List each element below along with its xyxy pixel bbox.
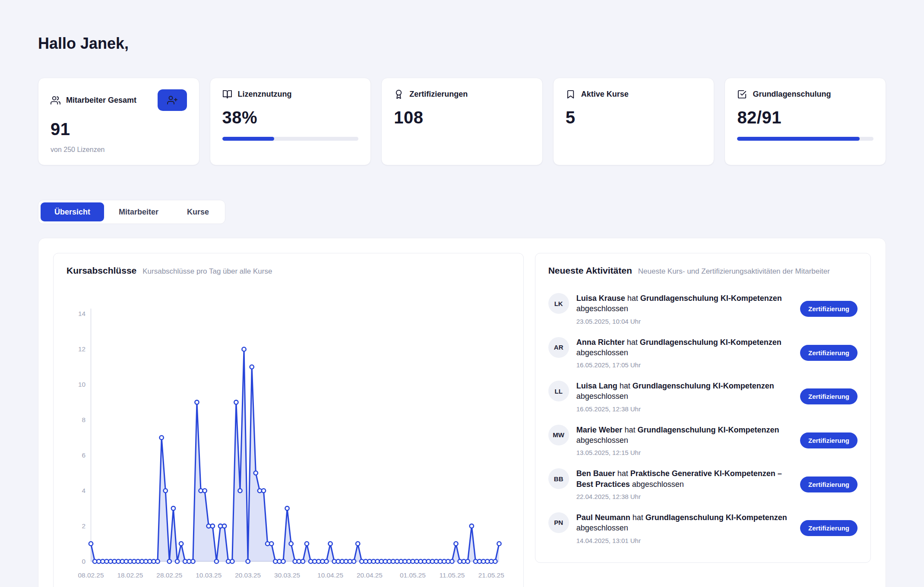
dashboard-page: Hallo Janek, Mitarbeiter Gesamt 91 von 2… — [0, 0, 924, 587]
avatar: BB — [548, 468, 569, 489]
check-square-icon — [737, 89, 747, 99]
certification-badge: Zertifizierung — [800, 301, 858, 317]
course-completions-card: Kursabschlüsse Kursabschlüsse pro Tag üb… — [53, 253, 524, 587]
stat-card-aktive-kurse: Aktive Kurse 5 — [553, 78, 715, 165]
svg-text:2: 2 — [82, 522, 86, 530]
activity-suffix: abgeschlossen — [576, 392, 628, 401]
activity-timestamp: 22.04.2025, 12:38 Uhr — [576, 493, 792, 500]
svg-text:20.04.25: 20.04.25 — [357, 571, 383, 579]
activity-connector: hat — [624, 426, 635, 434]
chart-card-header: Kursabschlüsse Kursabschlüsse pro Tag üb… — [66, 265, 510, 276]
award-icon — [394, 89, 404, 99]
activity-suffix: abgeschlossen — [632, 480, 684, 489]
stat-label: Zertifizierungen — [409, 90, 468, 99]
activity-suffix: abgeschlossen — [576, 436, 628, 445]
activity-connector: hat — [627, 294, 638, 303]
certification-badge: Zertifizierung — [800, 520, 858, 536]
activity-description: Luisa Lang hat Grundlagenschulung KI-Kom… — [576, 381, 792, 402]
activity-suffix: abgeschlossen — [576, 304, 628, 313]
activity-connector: hat — [617, 469, 628, 478]
activity-description: Paul Neumann hat Grundlagenschulung KI-K… — [576, 512, 792, 533]
stat-card-lizenznutzung: Lizenznutzung 38% — [210, 78, 371, 165]
stat-card-header: Lizenznutzung — [222, 89, 359, 99]
svg-text:30.03.25: 30.03.25 — [274, 571, 300, 579]
activity-text: Marie Weber hat Grundlagenschulung KI-Ko… — [576, 425, 792, 457]
avatar: LK — [548, 293, 569, 314]
stat-value: 108 — [394, 108, 530, 127]
activity-text: Ben Bauer hat Praktische Generative KI-K… — [576, 468, 792, 500]
activity-course-name: Grundlagenschulung KI-Kompetenzen — [646, 513, 787, 522]
activity-item: BB Ben Bauer hat Praktische Generative K… — [548, 462, 858, 506]
svg-text:10: 10 — [78, 381, 85, 388]
activity-person-name: Marie Weber — [576, 426, 623, 434]
svg-text:14: 14 — [78, 310, 86, 317]
activities-card-header: Neueste Aktivitäten Neueste Kurs- und Ze… — [548, 265, 858, 276]
activity-suffix: abgeschlossen — [576, 524, 628, 532]
activities-subtitle: Neueste Kurs- und Zertifizierungsaktivit… — [638, 267, 830, 276]
chart-subtitle: Kursabschlüsse pro Tag über alle Kurse — [142, 267, 272, 276]
svg-text:21.05.25: 21.05.25 — [478, 571, 504, 579]
activity-person-name: Luisa Lang — [576, 382, 617, 390]
stat-value: 5 — [566, 108, 702, 127]
svg-text:18.02.25: 18.02.25 — [117, 571, 143, 579]
svg-text:8: 8 — [82, 416, 86, 423]
overview-panel: Kursabschlüsse Kursabschlüsse pro Tag üb… — [38, 238, 886, 587]
stat-card-header: Mitarbeiter Gesamt — [51, 89, 187, 111]
activity-description: Luisa Krause hat Grundlagenschulung KI-K… — [576, 293, 792, 314]
activity-text: Luisa Krause hat Grundlagenschulung KI-K… — [576, 293, 792, 325]
stat-card-grundlagenschulung: Grundlagenschulung 82/91 — [725, 78, 886, 165]
avatar: MW — [548, 425, 569, 445]
activity-text: Anna Richter hat Grundlagenschulung KI-K… — [576, 337, 792, 369]
activity-person-name: Anna Richter — [576, 338, 625, 347]
tab-kurse[interactable]: Kurse — [173, 202, 223, 221]
svg-text:28.02.25: 28.02.25 — [156, 571, 182, 579]
activity-course-name: Grundlagenschulung KI-Kompetenzen — [637, 426, 779, 434]
activity-course-name: Grundlagenschulung KI-Kompetenzen — [640, 294, 782, 303]
book-open-icon — [222, 89, 232, 99]
activity-item: LL Luisa Lang hat Grundlagenschulung KI-… — [548, 375, 858, 419]
tab-uebersicht[interactable]: Übersicht — [41, 202, 104, 221]
certification-badge: Zertifizierung — [800, 388, 858, 404]
activity-text: Luisa Lang hat Grundlagenschulung KI-Kom… — [576, 381, 792, 413]
stat-value: 82/91 — [737, 108, 873, 127]
stat-label: Mitarbeiter Gesamt — [66, 96, 136, 105]
bookmark-icon — [566, 89, 576, 99]
activity-timestamp: 13.05.2025, 12:15 Uhr — [576, 449, 792, 456]
svg-text:11.05.25: 11.05.25 — [439, 571, 465, 579]
avatar: AR — [548, 337, 569, 358]
stat-card-zertifizierungen: Zertifizierungen 108 — [381, 78, 543, 165]
activity-connector: hat — [633, 513, 643, 522]
users-icon — [51, 95, 60, 105]
tab-bar: Übersicht Mitarbeiter Kurse — [38, 200, 225, 224]
user-plus-icon — [167, 95, 177, 105]
certification-badge: Zertifizierung — [800, 432, 858, 448]
svg-text:08.02.25: 08.02.25 — [78, 571, 104, 579]
activity-item: AR Anna Richter hat Grundlagenschulung K… — [548, 331, 858, 375]
activity-item: LK Luisa Krause hat Grundlagenschulung K… — [548, 287, 858, 331]
tab-mitarbeiter[interactable]: Mitarbeiter — [105, 202, 172, 221]
svg-text:4: 4 — [82, 487, 86, 494]
stat-value: 91 — [51, 120, 187, 139]
activity-description: Marie Weber hat Grundlagenschulung KI-Ko… — [576, 425, 792, 446]
stat-label: Aktive Kurse — [581, 90, 629, 99]
activity-list: LK Luisa Krause hat Grundlagenschulung K… — [548, 287, 858, 550]
activity-connector: hat — [627, 338, 638, 347]
stat-subtext: von 250 Lizenzen — [51, 146, 187, 154]
activity-course-name: Grundlagenschulung KI-Kompetenzen — [640, 338, 782, 347]
recent-activities-card: Neueste Aktivitäten Neueste Kurs- und Ze… — [535, 253, 871, 563]
activities-title: Neueste Aktivitäten — [548, 265, 632, 276]
svg-text:10.03.25: 10.03.25 — [196, 571, 222, 579]
page-greeting: Hallo Janek, — [38, 35, 886, 53]
stats-row: Mitarbeiter Gesamt 91 von 250 Lizenzen L… — [38, 78, 886, 165]
activity-person-name: Paul Neumann — [576, 513, 630, 522]
stat-label: Grundlagenschulung — [753, 90, 831, 99]
svg-text:01.05.25: 01.05.25 — [400, 571, 426, 579]
svg-text:6: 6 — [82, 451, 86, 459]
activity-suffix: abgeschlossen — [576, 348, 628, 357]
stat-card-header: Zertifizierungen — [394, 89, 530, 99]
activity-person-name: Ben Bauer — [576, 469, 615, 478]
add-user-button[interactable] — [158, 89, 187, 111]
activity-timestamp: 16.05.2025, 12:38 Uhr — [576, 405, 792, 413]
activity-description: Ben Bauer hat Praktische Generative KI-K… — [576, 468, 792, 489]
activity-text: Paul Neumann hat Grundlagenschulung KI-K… — [576, 512, 792, 544]
